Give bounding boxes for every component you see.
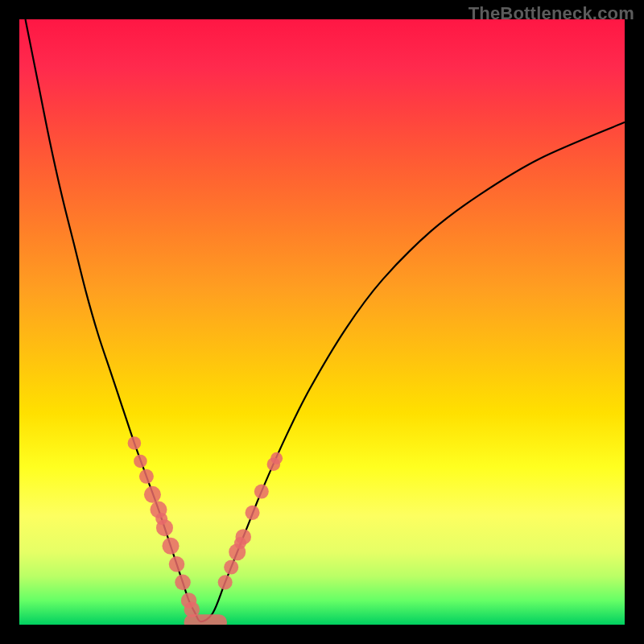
plot-background-gradient — [19, 19, 625, 625]
chart-frame: TheBottleneck.com — [0, 0, 644, 644]
watermark-text: TheBottleneck.com — [469, 3, 634, 24]
